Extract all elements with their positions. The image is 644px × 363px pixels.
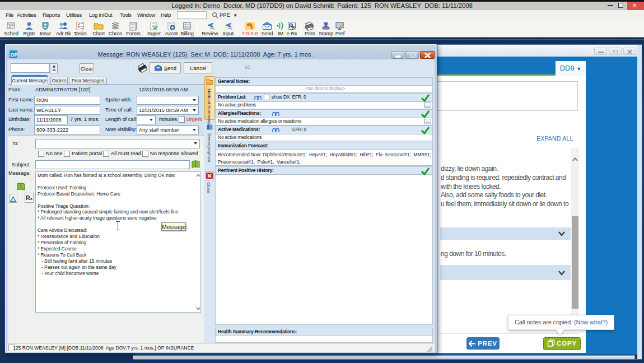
svg-text:OP: OP <box>11 52 18 58</box>
